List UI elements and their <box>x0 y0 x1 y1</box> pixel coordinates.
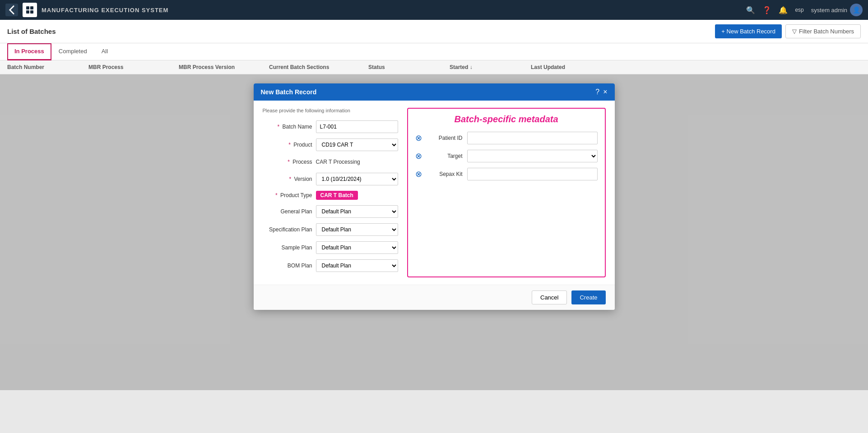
process-row: * Process CAR T Processing <box>263 157 398 167</box>
search-icon[interactable]: 🔍 <box>746 6 755 14</box>
modal-help-icon[interactable]: ? <box>595 88 599 96</box>
remove-patient-id-icon[interactable]: ⊗ <box>415 133 422 143</box>
spec-plan-row: Specification Plan Default Plan Custom P… <box>263 223 398 236</box>
svg-rect-3 <box>30 10 33 14</box>
bom-plan-select[interactable]: Default Plan Custom Plan <box>316 259 398 272</box>
remove-target-icon[interactable]: ⊗ <box>415 151 422 161</box>
filter-button[interactable]: ▽ Filter Batch Numbers <box>785 24 861 38</box>
product-type-label: * Product Type <box>263 192 312 198</box>
cancel-button[interactable]: Cancel <box>532 290 567 304</box>
page-header: List of Batches + New Batch Record ▽ Fil… <box>0 20 868 43</box>
tab-completed[interactable]: Completed <box>51 43 94 60</box>
metadata-title: Batch-specific metadata <box>415 114 598 124</box>
sepax-kit-input[interactable] <box>467 168 598 180</box>
modal-footer: Cancel Create <box>254 285 615 310</box>
general-plan-label: General Plan <box>263 208 312 215</box>
svg-rect-2 <box>26 10 29 14</box>
version-select[interactable]: 1.0 (10/21/2024) <box>316 173 398 185</box>
new-batch-modal: New Batch Record ? × Please provide the … <box>254 83 615 310</box>
process-label: * Process <box>263 159 312 165</box>
modal-body: Please provide the following information… <box>254 101 615 285</box>
col-status: Status <box>368 64 450 70</box>
product-label: * Product <box>263 142 312 148</box>
sample-plan-label: Sample Plan <box>263 244 312 251</box>
modal-title: New Batch Record <box>261 88 317 96</box>
create-button[interactable]: Create <box>571 290 605 304</box>
tab-in-process[interactable]: In Process <box>7 43 51 60</box>
navbar-right: 🔍 ❓ 🔔 esp system admin 👤 <box>746 4 863 16</box>
target-select[interactable] <box>467 150 598 162</box>
product-type-row: * Product Type CAR T Batch <box>263 191 398 200</box>
patient-id-input[interactable] <box>467 132 598 144</box>
navbar: MANUFACTURING EXECUTION SYSTEM 🔍 ❓ 🔔 esp… <box>0 0 868 20</box>
page-title: List of Batches <box>7 28 56 35</box>
new-batch-button[interactable]: + New Batch Record <box>715 24 782 38</box>
modal-overlay: New Batch Record ? × Please provide the … <box>0 74 868 390</box>
col-last-updated: Last Updated <box>531 64 861 70</box>
filter-label: Filter Batch Numbers <box>799 28 854 35</box>
sample-plan-select[interactable]: Default Plan Custom Plan <box>316 241 398 254</box>
modal-header-actions: ? × <box>595 88 607 96</box>
table-header: Batch Number MBR Process MBR Process Ver… <box>0 60 868 74</box>
user-info: system admin 👤 <box>811 4 863 16</box>
user-avatar[interactable]: 👤 <box>850 4 863 16</box>
batch-name-input[interactable] <box>316 120 398 133</box>
main-content: New Batch Record ? × Please provide the … <box>0 74 868 390</box>
modal-header: New Batch Record ? × <box>254 83 615 101</box>
process-value: CAR T Processing <box>316 157 398 167</box>
sample-plan-row: Sample Plan Default Plan Custom Plan <box>263 241 398 254</box>
user-name: system admin <box>811 7 847 14</box>
svg-rect-1 <box>30 6 33 9</box>
filter-icon: ▽ <box>792 28 797 35</box>
col-started: Started ↓ <box>450 64 531 70</box>
spec-plan-select[interactable]: Default Plan Custom Plan <box>316 223 398 236</box>
tab-all[interactable]: All <box>94 43 115 60</box>
back-button[interactable] <box>5 4 18 16</box>
notification-icon[interactable]: 🔔 <box>779 6 788 14</box>
tabs-bar: In Process Completed All <box>0 43 868 60</box>
patient-id-label: Patient ID <box>427 135 463 141</box>
app-title: MANUFACTURING EXECUTION SYSTEM <box>42 7 168 14</box>
col-mbr-process: MBR Process <box>88 64 179 70</box>
general-plan-select[interactable]: Default Plan Custom Plan <box>316 205 398 218</box>
product-type-badge: CAR T Batch <box>316 191 358 200</box>
version-label: * Version <box>263 176 312 182</box>
app-logo <box>23 3 37 17</box>
col-batch-number: Batch Number <box>7 64 88 70</box>
sepax-kit-label: Sepax Kit <box>427 171 463 177</box>
svg-rect-0 <box>26 6 29 9</box>
help-icon[interactable]: ❓ <box>762 6 771 14</box>
bom-plan-label: BOM Plan <box>263 263 312 269</box>
product-row: * Product CD19 CAR T CD19 CAR T v2 <box>263 138 398 151</box>
target-row: ⊗ Target <box>415 150 598 162</box>
bom-plan-row: BOM Plan Default Plan Custom Plan <box>263 259 398 272</box>
patient-id-row: ⊗ Patient ID <box>415 132 598 144</box>
modal-subtitle: Please provide the following information <box>263 108 398 113</box>
header-actions: + New Batch Record ▽ Filter Batch Number… <box>715 24 861 38</box>
target-label: Target <box>427 153 463 159</box>
batch-name-label: * Batch Name <box>263 124 312 130</box>
language-selector[interactable]: esp <box>795 7 803 13</box>
spec-plan-label: Specification Plan <box>263 226 312 233</box>
metadata-panel: Batch-specific metadata ⊗ Patient ID ⊗ T… <box>407 108 606 277</box>
version-row: * Version 1.0 (10/21/2024) <box>263 173 398 185</box>
form-left: Please provide the following information… <box>263 108 398 277</box>
modal-close-icon[interactable]: × <box>603 88 607 96</box>
col-mbr-process-version: MBR Process Version <box>179 64 269 70</box>
general-plan-row: General Plan Default Plan Custom Plan <box>263 205 398 218</box>
sepax-kit-row: ⊗ Sepax Kit <box>415 168 598 180</box>
remove-sepax-kit-icon[interactable]: ⊗ <box>415 169 422 179</box>
col-current-batch-sections: Current Batch Sections <box>269 64 368 70</box>
product-select[interactable]: CD19 CAR T CD19 CAR T v2 <box>316 138 398 151</box>
batch-name-row: * Batch Name <box>263 120 398 133</box>
